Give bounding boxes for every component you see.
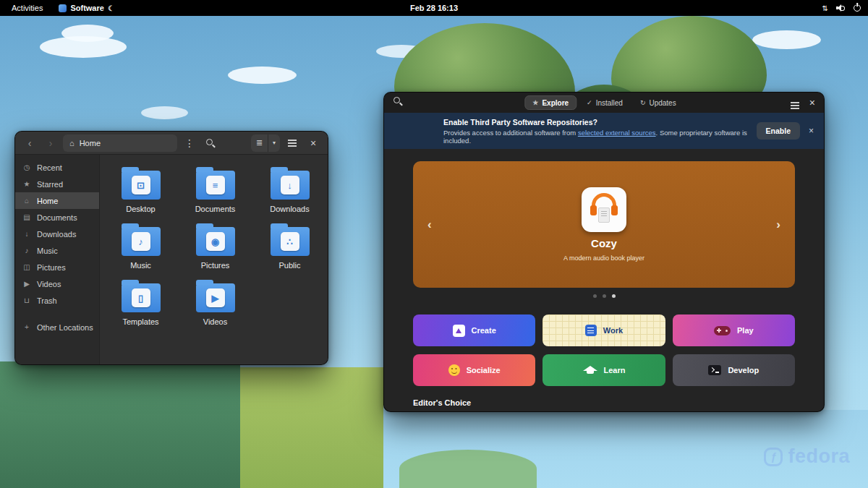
- location-menu-button[interactable]: ⋮: [181, 134, 198, 152]
- activities-button[interactable]: Activities: [7, 4, 47, 12]
- category-create[interactable]: Create: [413, 314, 535, 346]
- search-icon: [393, 96, 403, 106]
- fedora-watermark: ƒ fedora: [764, 445, 850, 468]
- featured-app-name: Cozy: [591, 237, 617, 249]
- sidebar-item-recent[interactable]: ◷Recent: [15, 159, 99, 176]
- forward-button[interactable]: ›: [42, 134, 59, 152]
- folder-name: Music: [130, 261, 151, 270]
- sidebar-item-label: Recent: [37, 163, 62, 172]
- category-develop[interactable]: Develop: [673, 354, 795, 386]
- category-work[interactable]: Work: [542, 314, 665, 346]
- tab-installed[interactable]: ✓ Installed: [579, 95, 630, 110]
- gamepad-icon: [714, 326, 731, 335]
- files-menu-button[interactable]: [284, 134, 301, 152]
- page-dot-2[interactable]: [603, 294, 606, 298]
- folder-templates[interactable]: ▯ Templates: [106, 279, 176, 326]
- sidebar-item-label: Pictures: [37, 263, 66, 272]
- pictures-icon: ◫: [22, 263, 31, 271]
- plus-icon: +: [22, 323, 31, 331]
- banner-title: Enable Third Party Software Repositories…: [443, 118, 757, 127]
- music-icon: ♪: [22, 247, 31, 254]
- folder-documents[interactable]: ≡ Documents: [180, 166, 250, 213]
- category-play[interactable]: Play: [673, 314, 795, 346]
- folder-icon: ⊡: [122, 171, 161, 200]
- sidebar-item-other-locations[interactable]: +Other Locations: [15, 319, 99, 335]
- software-window: ★ Explore ✓ Installed ↻ Updates × Enable: [383, 92, 825, 412]
- sidebar-item-label: Downloads: [37, 230, 76, 239]
- tab-updates[interactable]: ↻ Updates: [633, 95, 684, 110]
- carousel-previous-button[interactable]: ‹: [427, 218, 432, 232]
- updates-refresh-icon: ↻: [640, 99, 646, 106]
- page-dot-1[interactable]: [593, 294, 597, 298]
- trash-icon: ⊔: [22, 296, 31, 304]
- downloads-icon: ↓: [22, 230, 31, 238]
- folder-icon: ↓: [271, 171, 310, 200]
- enable-button[interactable]: Enable: [757, 122, 800, 140]
- category-label: Learn: [604, 366, 626, 374]
- folder-pictures[interactable]: ◉ Pictures: [180, 223, 250, 270]
- sidebar-item-starred[interactable]: ★Starred: [15, 176, 99, 192]
- files-headerbar[interactable]: ‹ › ⌂ Home ⋮ ≣ ▾ ×: [15, 132, 328, 155]
- tab-label: Updates: [649, 99, 676, 107]
- folder-icon: ◉: [196, 227, 235, 256]
- category-label: Socialize: [467, 366, 501, 374]
- view-switcher: ★ Explore ✓ Installed ↻ Updates: [524, 95, 683, 110]
- current-location-label: Home: [80, 139, 101, 147]
- path-bar[interactable]: ⌂ Home: [63, 134, 177, 152]
- list-view-icon[interactable]: ≣: [251, 134, 268, 152]
- category-label: Develop: [728, 366, 759, 374]
- sidebar-item-music[interactable]: ♪Music: [15, 242, 99, 259]
- sidebar-item-label: Music: [37, 247, 58, 255]
- sidebar-item-pictures[interactable]: ◫Pictures: [15, 259, 99, 275]
- files-search-button[interactable]: [202, 134, 219, 152]
- category-tiles: Create Work Play Socialize Learn: [413, 314, 795, 386]
- view-toggle-split-button[interactable]: ≣ ▾: [251, 134, 280, 152]
- desktop: ƒ fedora Activities Software ☾ Feb 28 16…: [0, 0, 868, 488]
- page-dot-3-active[interactable]: [612, 294, 616, 298]
- folder-downloads[interactable]: ↓ Downloads: [255, 166, 325, 213]
- third-party-repos-banner: Enable Third Party Software Repositories…: [384, 113, 824, 149]
- home-icon: ⌂: [22, 197, 31, 205]
- folder-name: Pictures: [201, 261, 230, 270]
- folder-public[interactable]: ∴ Public: [255, 223, 325, 270]
- system-status-area[interactable]: ⇅: [822, 4, 861, 12]
- sidebar-item-trash[interactable]: ⊔Trash: [15, 292, 99, 309]
- back-button[interactable]: ‹: [21, 134, 38, 152]
- focused-app-indicator[interactable]: Software ☾: [59, 4, 114, 12]
- field: [0, 361, 240, 488]
- folder-desktop[interactable]: ⊡ Desktop: [106, 166, 176, 213]
- sidebar-item-videos[interactable]: ▶Videos: [15, 275, 99, 292]
- software-close-button[interactable]: ×: [809, 98, 815, 108]
- software-search-button[interactable]: [393, 96, 403, 109]
- banner-close-button[interactable]: ×: [809, 126, 814, 136]
- category-learn[interactable]: Learn: [542, 354, 665, 386]
- volume-icon: [836, 4, 846, 12]
- folder-name: Documents: [195, 205, 236, 213]
- files-close-button[interactable]: ×: [305, 134, 322, 152]
- featured-app-banner[interactable]: ‹ Cozy A modern audio book player ›: [413, 161, 795, 288]
- star-icon: ★: [22, 180, 31, 188]
- carousel-next-button[interactable]: ›: [776, 218, 780, 232]
- folder-icon: ♪: [122, 227, 161, 256]
- sidebar-item-downloads[interactable]: ↓Downloads: [15, 226, 99, 242]
- cloud: [228, 67, 297, 84]
- external-sources-link[interactable]: selected external sources: [578, 129, 656, 137]
- sidebar-item-documents[interactable]: ▤Documents: [15, 209, 99, 226]
- sidebar-item-home[interactable]: ⌂Home: [15, 192, 99, 209]
- view-options-caret-icon[interactable]: ▾: [268, 134, 280, 152]
- files-content-area: ⊡ Desktop ≡ Documents ↓ Downloads ♪ Musi…: [100, 155, 328, 364]
- folder-music[interactable]: ♪ Music: [106, 223, 176, 270]
- folder-videos[interactable]: ▶ Videos: [180, 279, 250, 326]
- tab-label: Installed: [596, 99, 623, 107]
- top-bar: Activities Software ☾ Feb 28 16:13 ⇅: [0, 0, 868, 16]
- editors-choice-heading: Editor's Choice: [413, 398, 795, 407]
- tab-explore[interactable]: ★ Explore: [524, 95, 576, 110]
- software-menu-button[interactable]: [791, 96, 799, 109]
- field: [240, 367, 383, 488]
- clock[interactable]: Feb 28 16:13: [410, 4, 458, 12]
- software-headerbar[interactable]: ★ Explore ✓ Installed ↻ Updates ×: [384, 93, 824, 113]
- sidebar-item-label: Trash: [37, 296, 57, 305]
- sidebar-item-label: Documents: [37, 213, 77, 222]
- category-socialize[interactable]: Socialize: [413, 354, 535, 386]
- featured-app-tagline: A modern audio book player: [563, 254, 644, 262]
